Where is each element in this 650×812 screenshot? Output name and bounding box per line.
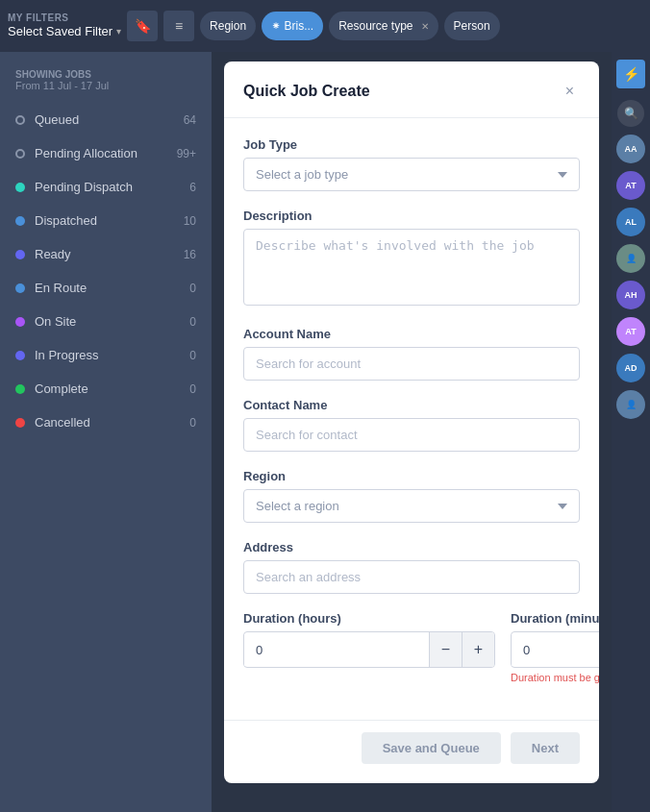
sidebar-item-dispatched[interactable]: Dispatched 10 [0, 204, 212, 237]
list-icon[interactable]: ≡ [163, 11, 194, 41]
duration-minutes-label: Duration (minutes) [511, 611, 599, 626]
avatar-photo-icon: 👤 [626, 400, 637, 409]
duration-minutes-input[interactable] [512, 634, 599, 666]
chevron-down-icon: ▾ [116, 26, 121, 37]
avatar-at[interactable]: AT [616, 171, 645, 200]
filter-section: MY FILTERS Select Saved Filter ▾ [8, 12, 121, 39]
search-mini-icon[interactable]: 🔍 [617, 100, 644, 127]
job-type-label: Job Type [243, 137, 580, 152]
description-group: Description [243, 209, 580, 309]
sidebar-count-in-progress: 0 [189, 349, 196, 362]
bookmark-icon[interactable]: 🔖 [127, 11, 158, 41]
sidebar-label-pending-allocation: Pending Allocation [35, 146, 177, 160]
sidebar-label-cancelled: Cancelled [35, 415, 189, 430]
sidebar-label-in-progress: In Progress [35, 348, 189, 362]
bris-tag[interactable]: ⁕ Bris... [262, 12, 323, 40]
sidebar-item-cancelled[interactable]: Cancelled 0 [0, 406, 212, 439]
duration-minutes-input-row: − + [511, 631, 599, 668]
cancelled-dot [15, 418, 25, 428]
sidebar-label-queued: Queued [35, 112, 184, 127]
sidebar-count-en-route: 0 [189, 282, 196, 295]
avatar-ah[interactable]: AH [616, 281, 645, 309]
sidebar-item-complete[interactable]: Complete 0 [0, 372, 212, 406]
account-name-group: Account Name [243, 327, 580, 381]
my-filters-label: MY FILTERS [8, 12, 121, 24]
address-group: Address [243, 540, 580, 594]
avatar-aa[interactable]: AA [616, 135, 645, 163]
sidebar-item-pending-dispatch[interactable]: Pending Dispatch 6 [0, 170, 212, 204]
sidebar-item-in-progress[interactable]: In Progress 0 [0, 338, 212, 372]
sidebar-count-queued: 64 [184, 113, 196, 127]
modal-close-button[interactable]: × [560, 81, 580, 102]
avatar-aw[interactable]: 👤 [616, 390, 645, 419]
account-name-input[interactable] [243, 347, 580, 381]
en-route-dot [15, 283, 25, 293]
duration-hours-group: Duration (hours) − + [243, 611, 495, 683]
sidebar-item-pending-allocation[interactable]: Pending Allocation 99+ [0, 136, 212, 170]
duration-hours-increment-button[interactable]: + [462, 632, 494, 667]
sidebar-count-pending-dispatch: 6 [189, 181, 196, 194]
contact-name-input[interactable] [243, 418, 580, 452]
sidebar-count-on-site: 0 [189, 315, 196, 329]
duration-hours-decrement-button[interactable]: − [429, 632, 462, 667]
on-site-dot [15, 317, 25, 327]
duration-error-message: Duration must be greater than 0 [511, 672, 599, 683]
region-select[interactable]: Select a region [243, 489, 580, 523]
sidebar-count-pending-allocation: 99+ [177, 147, 196, 160]
address-label: Address [243, 540, 580, 554]
avatar-at2[interactable]: AT [616, 317, 645, 346]
description-textarea[interactable] [243, 229, 580, 306]
region-group: Region Select a region [243, 469, 580, 523]
sidebar-item-queued[interactable]: Queued 64 [0, 103, 212, 136]
saved-filter-select[interactable]: Select Saved Filter ▾ [8, 24, 121, 39]
job-type-group: Job Type Select a job type [243, 137, 580, 191]
in-progress-dot [15, 351, 25, 360]
sidebar-count-complete: 0 [189, 382, 196, 396]
region-tag[interactable]: Region [200, 12, 256, 40]
avatar-ad[interactable]: AD [616, 354, 645, 382]
sidebar-label-en-route: En Route [35, 281, 189, 295]
avatar-icon: 👤 [626, 254, 637, 263]
contact-name-group: Contact Name [243, 398, 580, 452]
pending-allocation-dot [15, 149, 25, 159]
sidebar-count-ready: 16 [184, 248, 196, 261]
duration-minutes-group: Duration (minutes) − + Duration must be … [511, 611, 599, 683]
complete-dot [15, 384, 25, 394]
lightning-icon[interactable]: ⚡ [616, 60, 645, 88]
sidebar-label-on-site: On Site [35, 314, 189, 329]
sidebar-item-ready[interactable]: Ready 16 [0, 237, 212, 271]
modal-overlay: Quick Job Create × Job Type Select a job… [212, 52, 612, 812]
resource-type-tag[interactable]: Resource type ✕ [329, 12, 438, 40]
queued-dot [15, 115, 25, 125]
region-label: Region [243, 469, 580, 483]
account-name-label: Account Name [243, 327, 580, 341]
duration-hours-label: Duration (hours) [243, 611, 495, 626]
sidebar-item-en-route[interactable]: En Route 0 [0, 271, 212, 305]
avatar-al[interactable]: AL [616, 208, 645, 236]
showing-jobs-header: SHOWING JOBS From 11 Jul - 17 Jul [0, 63, 212, 103]
sidebar-count-dispatched: 10 [184, 214, 196, 228]
duration-row: Duration (hours) − + Duration (minutes) … [243, 611, 580, 683]
quick-job-create-modal: Quick Job Create × Job Type Select a job… [224, 62, 599, 783]
job-type-select[interactable]: Select a job type [243, 158, 580, 191]
modal-body: Job Type Select a job type Description A… [224, 118, 599, 720]
address-input[interactable] [243, 560, 580, 594]
sidebar-label-ready: Ready [35, 247, 184, 261]
sidebar: SHOWING JOBS From 11 Jul - 17 Jul Queued… [0, 52, 212, 812]
person-tag[interactable]: Person [444, 12, 500, 40]
pending-dispatch-dot [15, 183, 25, 192]
modal-title: Quick Job Create [243, 83, 370, 100]
close-icon[interactable]: ✕ [421, 21, 429, 32]
right-column: ⚡ 🔍 AA AT AL 👤 AH AT AD 👤 [612, 52, 650, 812]
modal-header: Quick Job Create × [224, 62, 599, 118]
modal-footer: Save and Queue Next [224, 720, 599, 783]
next-button[interactable]: Next [511, 732, 580, 764]
top-bar: MY FILTERS Select Saved Filter ▾ 🔖 ≡ Reg… [0, 0, 650, 52]
save-and-queue-button[interactable]: Save and Queue [362, 732, 501, 764]
sidebar-count-cancelled: 0 [189, 416, 196, 430]
sidebar-label-complete: Complete [35, 381, 189, 396]
duration-hours-input[interactable] [244, 634, 429, 666]
avatar-ar[interactable]: 👤 [616, 244, 645, 273]
ready-dot [15, 250, 25, 259]
sidebar-item-on-site[interactable]: On Site 0 [0, 305, 212, 338]
